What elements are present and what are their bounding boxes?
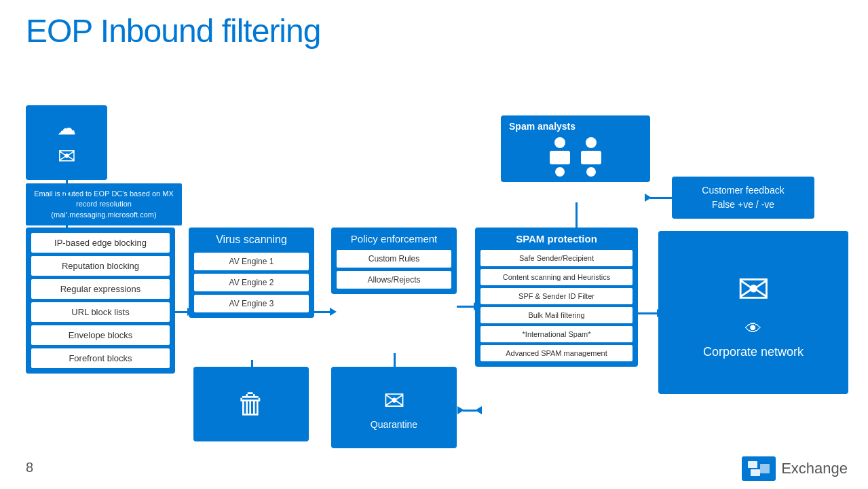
feedback-line2: False +ve / -ve: [681, 198, 805, 212]
page-title: EOP Inbound filtering: [26, 12, 320, 50]
trash-icon: 🗑: [237, 388, 265, 420]
svg-rect-1: [751, 469, 760, 476]
intl-spam-item: *International Spam*: [480, 326, 633, 342]
corporate-network-box: ✉ 👁 Corporate network: [658, 231, 848, 394]
analyst-head-1: [554, 137, 565, 148]
arrow-filter-to-virus: [175, 311, 189, 313]
safe-sender-item: Safe Sender/Recipient: [480, 250, 633, 266]
filter-box: IP-based edge blocking Reputation blocki…: [26, 228, 175, 374]
customer-feedback-box: Customer feedback False +ve / -ve: [672, 177, 814, 219]
analysts-icons: [509, 137, 642, 177]
arrow-spam-to-corporate: [638, 312, 658, 314]
regular-expressions-item: Regular expressions: [31, 279, 170, 299]
forefront-blocks-item: Forefront blocks: [31, 348, 170, 368]
envelope-blocks-item: Envelope blocks: [31, 325, 170, 345]
quarantine-email-icon: ✉: [383, 386, 405, 416]
arrow-source-down: [66, 180, 68, 197]
corp-envelope-icon: ✉: [737, 266, 770, 312]
analyst-torso-2: [586, 167, 596, 177]
quarantine-label: Quarantine: [371, 419, 417, 430]
ip-blocking-item: IP-based edge blocking: [31, 233, 170, 253]
reputation-blocking-item: Reputation blocking: [31, 256, 170, 276]
advanced-spam-item: Advanced SPAM management: [480, 345, 633, 361]
virus-scanning-box: Virus scanning AV Engine 1 AV Engine 2 A…: [189, 228, 314, 318]
spam-analysts-box: Spam analysts: [501, 115, 650, 182]
policy-box: Policy enforcement Custom Rules Allows/R…: [331, 228, 457, 294]
corp-eye-icon: 👁: [745, 319, 761, 338]
analyst-head-2: [586, 137, 597, 148]
laptop-1: [550, 151, 570, 164]
content-scanning-item: Content scanning and Heuristics: [480, 269, 633, 285]
analyst-figure-1: [550, 137, 570, 177]
source-box: ☁ ✉: [26, 105, 107, 180]
av-engine-3: AV Engine 3: [194, 295, 309, 312]
allows-rejects-item: Allows/Rejects: [337, 271, 451, 289]
bulk-mail-item: Bulk Mail filtering: [480, 307, 633, 323]
av-engine-2: AV Engine 2: [194, 274, 309, 291]
arrow-virus-to-policy: [314, 311, 331, 313]
spam-analysts-title: Spam analysts: [509, 121, 642, 132]
exchange-label: Exchange: [781, 460, 848, 477]
custom-rules-item: Custom Rules: [337, 250, 451, 268]
exchange-logo: Exchange: [742, 456, 848, 481]
spf-filter-item: SPF & Sender ID Filter: [480, 288, 633, 304]
arrow-spam-to-quarantine: [463, 410, 476, 412]
email-source-icon: ✉: [58, 143, 76, 169]
arrow-virus-down: [251, 360, 253, 374]
arrow-feedback-to-analysts: [650, 197, 672, 199]
arrow-policy-to-spam: [457, 306, 475, 308]
svg-rect-0: [748, 461, 757, 468]
page-number: 8: [26, 460, 33, 475]
spam-protection-box: SPAM protection Safe Sender/Recipient Co…: [475, 228, 638, 367]
analyst-torso-1: [555, 167, 565, 177]
virus-title: Virus scanning: [194, 233, 309, 247]
svg-rect-2: [760, 464, 770, 473]
av-engine-1: AV Engine 1: [194, 253, 309, 270]
arrow-analysts-down: [575, 202, 578, 230]
quarantine-box: ✉ Quarantine: [331, 367, 457, 448]
feedback-line1: Customer feedback: [681, 183, 805, 198]
exchange-icon: [742, 456, 776, 481]
analyst-figure-2: [581, 137, 601, 177]
routing-label: Email is routed to EOP DC's based on MX …: [26, 183, 182, 225]
cloud-icon: ☁: [57, 117, 76, 139]
laptop-2: [581, 151, 601, 164]
arrow-policy-down: [394, 353, 396, 370]
exchange-svg-icon: [747, 460, 771, 477]
corp-label: Corporate network: [703, 345, 804, 359]
spam-title: SPAM protection: [480, 233, 633, 244]
url-blocklists-item: URL block lists: [31, 302, 170, 322]
policy-title: Policy enforcement: [337, 233, 451, 244]
